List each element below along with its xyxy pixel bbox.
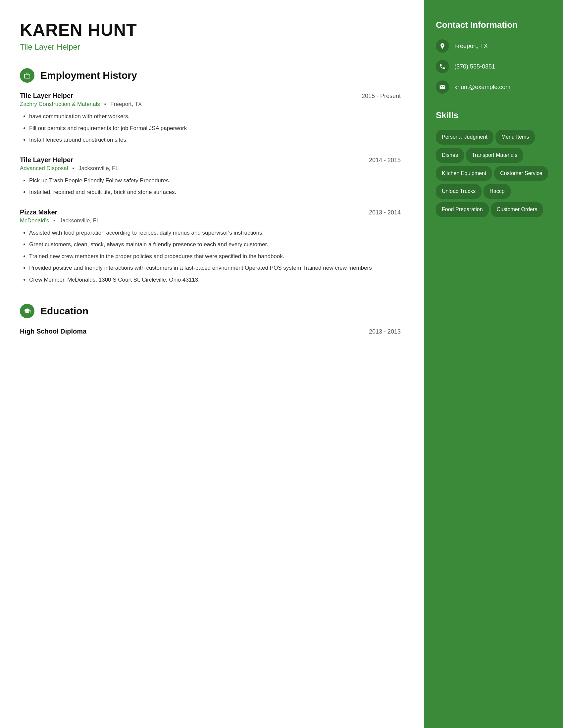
company-location-2: Jacksonville, FL	[78, 165, 118, 171]
skills-container: Personal JudgmentMenu ItemsDishesTranspo…	[436, 130, 551, 220]
sidebar: Contact Information Freeport, TX (370) 5…	[424, 0, 563, 728]
skills-section-title: Skills	[436, 110, 551, 120]
employment-section-title: Employment History	[40, 70, 137, 81]
separator-1: •	[104, 101, 106, 107]
employment-section: Employment History Tile Layer Helper 201…	[20, 68, 401, 284]
company-location-1: Freeport, TX	[110, 101, 142, 107]
skill-tag: Haccp	[484, 184, 510, 199]
edu-dates-1: 2013 - 2013	[369, 328, 401, 335]
edu-degree-1: High School Diploma	[20, 328, 86, 335]
skill-tag: Customer Service	[494, 166, 548, 181]
company-location-3: Jacksonville, FL	[60, 217, 100, 224]
job-header-3: Pizza Maker 2013 - 2014	[20, 208, 401, 216]
contact-section-title: Contact Information	[436, 20, 551, 30]
contact-location: Freeport, TX	[436, 39, 551, 53]
bullet-3-1: Assisted with food preparation according…	[29, 229, 401, 237]
contact-phone-text: (370) 555-0351	[454, 63, 495, 70]
bullet-1-1: have communication with other workers.	[29, 112, 401, 121]
job-title-2: Tile Layer Helper	[20, 156, 73, 164]
job-dates-2: 2014 - 2015	[369, 157, 401, 164]
job-dates-3: 2013 - 2014	[369, 209, 401, 216]
bullet-2-2: Installed, repaired and rebuilt tile, br…	[29, 188, 401, 197]
location-icon-wrapper	[436, 39, 449, 53]
bullet-1-2: Fill out permits and requirements for jo…	[29, 124, 401, 133]
skills-section: Skills Personal JudgmentMenu ItemsDishes…	[436, 110, 551, 220]
separator-3: •	[53, 217, 55, 224]
skill-tag: Personal Judgment	[436, 130, 493, 145]
skill-tag: Transport Materials	[466, 148, 523, 163]
candidate-name: KAREN HUNT	[20, 20, 401, 40]
company-name-3: McDonald's	[20, 217, 49, 224]
main-content: KAREN HUNT Tile Layer Helper Employment …	[0, 0, 424, 728]
job-title-3: Pizza Maker	[20, 208, 57, 216]
bullet-3-5: Crew Member, McDonalds, 1300 S Court St,…	[29, 276, 401, 284]
skill-tag: Kitchen Equipment	[436, 166, 492, 181]
job-block-3: Pizza Maker 2013 - 2014 McDonald's • Jac…	[20, 208, 401, 284]
education-section-header: Education	[20, 304, 401, 318]
contact-location-text: Freeport, TX	[454, 43, 488, 50]
job-title-1: Tile Layer Helper	[20, 92, 73, 100]
job-block-1: Tile Layer Helper 2015 - Present Zachry …	[20, 92, 401, 144]
contact-email: khunt@example.com	[436, 80, 551, 94]
skill-tag: Customer Orders	[491, 202, 543, 217]
contact-email-text: khunt@example.com	[454, 84, 510, 91]
employment-section-header: Employment History	[20, 68, 401, 83]
skill-tag: Food Preparation	[436, 202, 489, 217]
bullet-2-1: Pick up Trash People Friendly Follow saf…	[29, 176, 401, 185]
job-bullets-3: Assisted with food preparation according…	[20, 229, 401, 284]
email-icon	[439, 84, 446, 90]
skill-tag: Dishes	[436, 148, 464, 163]
email-icon-wrapper	[436, 80, 449, 94]
job-block-2: Tile Layer Helper 2014 - 2015 Advanced D…	[20, 156, 401, 197]
job-header-1: Tile Layer Helper 2015 - Present	[20, 92, 401, 100]
phone-icon-wrapper	[436, 60, 449, 73]
separator-2: •	[72, 165, 74, 171]
bullet-3-3: Trained new crew members in the proper p…	[29, 252, 401, 261]
education-icon	[20, 304, 34, 318]
education-section-title: Education	[40, 305, 88, 317]
company-name-1: Zachry Construction & Materials	[20, 101, 100, 107]
job-bullets-2: Pick up Trash People Friendly Follow saf…	[20, 176, 401, 197]
skill-tag: Menu Items	[495, 130, 535, 145]
employment-icon	[20, 68, 34, 83]
job-bullets-1: have communication with other workers. F…	[20, 112, 401, 144]
briefcase-icon	[23, 72, 31, 79]
job-company-1: Zachry Construction & Materials • Freepo…	[20, 101, 401, 108]
bullet-3-4: Provided positive and friendly interacti…	[29, 264, 401, 272]
edu-header-1: High School Diploma 2013 - 2013	[20, 328, 401, 335]
location-pin-icon	[439, 43, 446, 49]
company-name-2: Advanced Disposal	[20, 165, 68, 171]
phone-icon	[439, 63, 446, 70]
job-company-2: Advanced Disposal • Jacksonville, FL	[20, 165, 401, 172]
graduation-cap-icon	[23, 307, 31, 315]
job-header-2: Tile Layer Helper 2014 - 2015	[20, 156, 401, 164]
skill-tag: Unload Trucks	[436, 184, 482, 199]
bullet-3-2: Greet customers, clean, stock, always ma…	[29, 240, 401, 249]
education-section: Education High School Diploma 2013 - 201…	[20, 304, 401, 335]
bullet-1-3: Install fences around construction sites…	[29, 136, 401, 144]
contact-phone: (370) 555-0351	[436, 60, 551, 73]
candidate-job-title: Tile Layer Helper	[20, 42, 401, 52]
job-company-3: McDonald's • Jacksonville, FL	[20, 217, 401, 224]
job-dates-1: 2015 - Present	[362, 93, 401, 100]
